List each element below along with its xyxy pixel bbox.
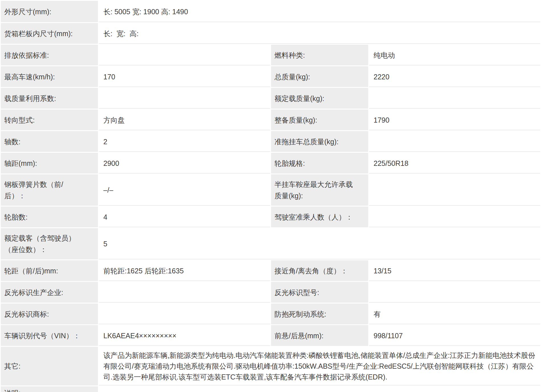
spec-label-cell: 防抱死制动系统: bbox=[271, 304, 368, 324]
spec-value-cell bbox=[369, 174, 540, 206]
table-row: 转向型式:方向盘整备质量(kg):1790 bbox=[1, 110, 540, 130]
spec-label-cell: 反光标识型号: bbox=[271, 282, 368, 303]
spec-value-cell: 有 bbox=[369, 304, 540, 324]
table-row: 反光标识商标:防抱死制动系统:有 bbox=[1, 304, 540, 324]
spec-value-cell bbox=[99, 282, 270, 303]
table-row: 轴距(mm):2900轮胎规格:225/50R18 bbox=[1, 153, 540, 174]
spec-value-cell bbox=[369, 282, 540, 303]
spec-label-cell: 准拖挂车总质量(kg): bbox=[271, 131, 368, 152]
spec-value-cell bbox=[99, 304, 270, 324]
spec-label-cell: 驾驶室准乘人数（人）： bbox=[271, 207, 368, 227]
spec-label-cell: 接近角/离去角（度）： bbox=[271, 260, 368, 281]
spec-value-cell: 方向盘 bbox=[99, 110, 270, 130]
table-row: 轴数:2准拖挂车总质量(kg): bbox=[1, 131, 540, 152]
spec-value-cell: 长: 5005 宽: 1900 高: 1490 bbox=[99, 1, 540, 22]
spec-label-cell: 轮胎数: bbox=[1, 207, 98, 227]
spec-value-cell: 2 bbox=[99, 131, 270, 152]
table-row: 反光标识生产企业:反光标识型号: bbox=[1, 282, 540, 303]
spec-label-cell: 车辆识别代号（VIN）： bbox=[1, 325, 98, 346]
table-row: 外形尺寸(mm):长: 5005 宽: 1900 高: 1490 bbox=[1, 1, 540, 22]
spec-label-cell: 轮距（前/后)mm: bbox=[1, 260, 98, 281]
table-row: 钢板弹簧片数（前/ 后）：–/–半挂车鞍座最大允许承载 质量(kg): bbox=[1, 174, 540, 206]
spec-label-cell: 排放依据标准: bbox=[1, 45, 98, 65]
spec-label-cell: 半挂车鞍座最大允许承载 质量(kg): bbox=[271, 174, 368, 206]
spec-label-cell: 反光标识商标: bbox=[1, 304, 98, 324]
table-row: 货箱栏板内尺寸(mm):长: 宽: 高: bbox=[1, 23, 540, 44]
table-row: 载质量利用系数:额定载质量(kg): bbox=[1, 88, 540, 109]
spec-value-cell: –/– bbox=[99, 174, 270, 206]
spec-label-cell: 额定载客（含驾驶员） （座位数）： bbox=[1, 228, 98, 259]
spec-label-cell: 钢板弹簧片数（前/ 后）： bbox=[1, 174, 98, 206]
spec-label-cell: 转向型式: bbox=[1, 110, 98, 130]
table-row: 车辆识别代号（VIN）：LK6AEAE4×××××××××前悬/后悬(mm):9… bbox=[1, 325, 540, 346]
spec-value-cell bbox=[99, 45, 270, 65]
spec-value-cell: 1790 bbox=[369, 110, 540, 130]
spec-label-cell: 外形尺寸(mm): bbox=[1, 1, 98, 22]
spec-value-cell: 170 bbox=[99, 66, 270, 87]
spec-value-cell bbox=[99, 88, 270, 109]
spec-value-cell: 2220 bbox=[369, 66, 540, 87]
spec-label-cell: 整备质量(kg): bbox=[271, 110, 368, 130]
spec-label-cell: 反光标识生产企业: bbox=[1, 282, 98, 303]
spec-label-cell: 额定载质量(kg): bbox=[271, 88, 368, 109]
spec-label-cell: 货箱栏板内尺寸(mm): bbox=[1, 23, 98, 44]
spec-value-cell: 纯电动 bbox=[369, 45, 540, 65]
table-row: 说明: bbox=[1, 386, 540, 392]
spec-value-cell: 该产品为新能源车辆,新能源类型为纯电动.电动汽车储能装置种类:磷酸铁锂蓄电池,储… bbox=[99, 347, 540, 385]
spec-label-cell: 载质量利用系数: bbox=[1, 88, 98, 109]
spec-label-cell: 其它: bbox=[1, 347, 98, 385]
spec-label-cell: 最高车速(km/h): bbox=[1, 66, 98, 87]
spec-label-cell: 说明: bbox=[1, 386, 98, 392]
spec-value-cell bbox=[369, 88, 540, 109]
table-row: 排放依据标准:燃料种类:纯电动 bbox=[1, 45, 540, 65]
spec-value-cell: 2900 bbox=[99, 153, 270, 174]
spec-value-cell: LK6AEAE4××××××××× bbox=[99, 325, 270, 346]
spec-label-cell: 轴距(mm): bbox=[1, 153, 98, 174]
spec-value-cell: 225/50R18 bbox=[369, 153, 540, 174]
spec-value-cell: 998/1107 bbox=[369, 325, 540, 346]
spec-label-cell: 轮胎规格: bbox=[271, 153, 368, 174]
spec-value-cell bbox=[369, 131, 540, 152]
spec-value-cell: 前轮距:1625 后轮距:1635 bbox=[99, 260, 270, 281]
spec-value-cell: 长: 宽: 高: bbox=[99, 23, 540, 44]
spec-label-cell: 燃料种类: bbox=[271, 45, 368, 65]
spec-table-body: 外形尺寸(mm):长: 5005 宽: 1900 高: 1490货箱栏板内尺寸(… bbox=[1, 1, 540, 392]
spec-label-cell: 总质量(kg): bbox=[271, 66, 368, 87]
table-row: 轮胎数:4驾驶室准乘人数（人）： bbox=[1, 207, 540, 227]
table-row: 其它:该产品为新能源车辆,新能源类型为纯电动.电动汽车储能装置种类:磷酸铁锂蓄电… bbox=[1, 347, 540, 385]
spec-value-cell: 4 bbox=[99, 207, 270, 227]
spec-label-cell: 轴数: bbox=[1, 131, 98, 152]
table-row: 额定载客（含驾驶员） （座位数）：5 bbox=[1, 228, 540, 259]
spec-value-cell: 5 bbox=[99, 228, 540, 259]
vehicle-spec-table: 外形尺寸(mm):长: 5005 宽: 1900 高: 1490货箱栏板内尺寸(… bbox=[0, 0, 541, 392]
table-row: 轮距（前/后)mm:前轮距:1625 后轮距:1635接近角/离去角（度）：13… bbox=[1, 260, 540, 281]
spec-label-cell: 前悬/后悬(mm): bbox=[271, 325, 368, 346]
spec-value-cell bbox=[99, 386, 540, 392]
spec-value-cell bbox=[369, 207, 540, 227]
table-row: 最高车速(km/h):170总质量(kg):2220 bbox=[1, 66, 540, 87]
spec-value-cell: 13/15 bbox=[369, 260, 540, 281]
